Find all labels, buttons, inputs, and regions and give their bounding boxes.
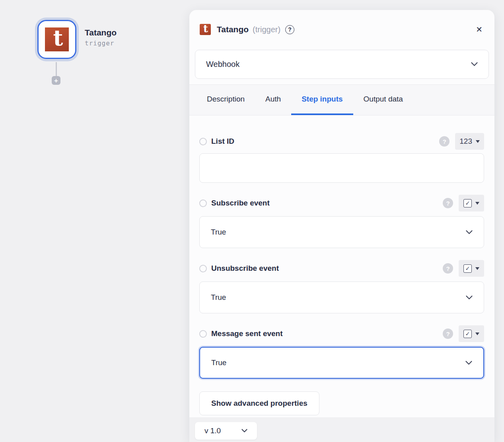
help-icon[interactable]: ? <box>443 329 453 339</box>
caret-down-icon <box>475 267 479 270</box>
action-select[interactable]: Webhook <box>195 50 489 79</box>
connector-line <box>56 62 57 77</box>
node-title: Tatango <box>85 28 117 37</box>
panel-header: t Tatango (trigger) ? ✕ <box>189 10 494 39</box>
field-status-circle-icon <box>199 199 207 207</box>
type-selector-boolean[interactable]: ✓ <box>459 325 484 342</box>
field-label-row: List ID ? 123 <box>199 133 484 150</box>
panel-title: Tatango <box>217 25 249 34</box>
panel-footer: v 1.0 <box>189 417 494 442</box>
trigger-node[interactable]: t <box>35 18 79 61</box>
field-status-circle-icon <box>199 138 207 145</box>
field-label-row: Subscribe event ? ✓ <box>199 195 484 211</box>
field-label: List ID <box>211 137 234 146</box>
panel-type-label: (trigger) <box>253 25 280 34</box>
field-label: Unsubscribe event <box>211 264 279 273</box>
help-icon[interactable]: ? <box>443 263 453 274</box>
tab-auth[interactable]: Auth <box>255 85 291 115</box>
field-label: Subscribe event <box>211 199 270 207</box>
type-selector-boolean[interactable]: ✓ <box>459 195 484 211</box>
tatango-logo-icon: t <box>45 27 69 51</box>
chevron-down-icon <box>466 230 473 235</box>
unsubscribe-event-select[interactable]: True <box>199 282 484 313</box>
chevron-down-icon <box>471 62 478 66</box>
field-message-sent-event: Message sent event ? ✓ True <box>199 325 484 379</box>
step-config-panel: t Tatango (trigger) ? ✕ Webhook Descript… <box>189 10 494 442</box>
field-unsubscribe-event: Unsubscribe event ? ✓ True <box>199 260 484 313</box>
show-advanced-properties-button[interactable]: Show advanced properties <box>199 391 319 415</box>
checkbox-checked-icon: ✓ <box>463 330 472 338</box>
step-inputs-form: List ID ? 123 Subscribe event ? <box>189 133 494 415</box>
select-value: True <box>211 228 226 237</box>
close-icon[interactable]: ✕ <box>476 25 483 33</box>
subscribe-event-select[interactable]: True <box>199 216 484 248</box>
caret-down-icon <box>476 140 480 143</box>
help-icon[interactable]: ? <box>439 136 450 147</box>
action-select-value: Webhook <box>206 60 239 69</box>
field-list-id: List ID ? 123 <box>199 133 484 183</box>
list-id-input[interactable] <box>199 153 484 183</box>
field-status-circle-icon <box>199 330 207 338</box>
header-help-icon[interactable]: ? <box>285 25 294 34</box>
tatango-header-icon: t <box>200 24 211 35</box>
tatango-logo-letter: t <box>53 27 63 49</box>
add-step-button[interactable]: + <box>52 76 60 85</box>
tab-bar: Description Auth Step inputs Output data <box>189 85 494 115</box>
type-selector-boolean[interactable]: ✓ <box>459 260 484 277</box>
chevron-down-icon <box>466 295 473 300</box>
tab-description[interactable]: Description <box>197 85 255 115</box>
field-label-row: Message sent event ? ✓ <box>199 325 484 342</box>
field-label-row: Unsubscribe event ? ✓ <box>199 260 484 277</box>
chevron-down-icon <box>465 361 472 365</box>
version-select-value: v 1.0 <box>204 426 221 435</box>
select-value: True <box>211 293 226 302</box>
message-sent-event-select[interactable]: True <box>199 347 484 379</box>
type-selector-number[interactable]: 123 <box>455 133 484 150</box>
field-status-circle-icon <box>199 265 207 272</box>
field-subscribe-event: Subscribe event ? ✓ True <box>199 195 484 248</box>
tab-output-data[interactable]: Output data <box>353 85 413 115</box>
help-icon[interactable]: ? <box>443 198 453 208</box>
checkbox-checked-icon: ✓ <box>463 199 472 207</box>
trigger-node-box[interactable]: t <box>37 20 76 59</box>
plus-icon: + <box>54 77 58 84</box>
select-value: True <box>211 358 226 367</box>
tab-step-inputs[interactable]: Step inputs <box>291 85 353 115</box>
node-subtitle: trigger <box>85 39 114 47</box>
version-select[interactable]: v 1.0 <box>195 422 257 440</box>
checkbox-checked-icon: ✓ <box>463 264 472 273</box>
caret-down-icon <box>475 332 479 335</box>
field-label: Message sent event <box>211 329 283 338</box>
caret-down-icon <box>475 202 479 205</box>
chevron-down-icon <box>241 429 247 433</box>
